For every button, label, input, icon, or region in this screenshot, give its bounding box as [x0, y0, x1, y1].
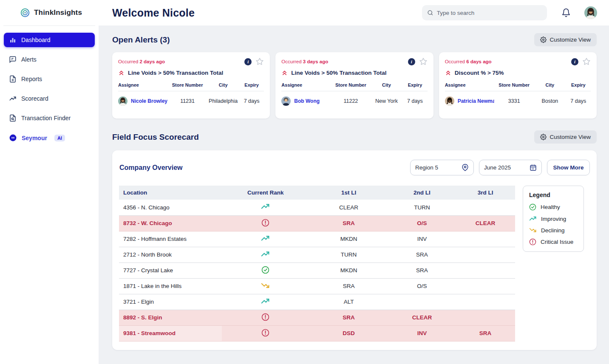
customize-view-button-alerts[interactable]: Customize View	[534, 33, 597, 46]
trend-up-icon	[529, 215, 537, 222]
message-square-icon	[9, 56, 17, 63]
chevrons-up-icon	[445, 70, 451, 76]
occurred-label: Occurred 3 days ago	[281, 59, 328, 64]
city: Philadelphia	[207, 98, 239, 104]
sidebar-item-dashboard[interactable]: Dashboard	[4, 33, 95, 47]
alert-card: Occurred 3 days ago i Lin	[275, 52, 433, 119]
legend-item-declining: Declining	[529, 227, 578, 234]
company-overview-panel: Company Overview Region 5 June 2025	[112, 150, 597, 350]
rank-icon	[261, 219, 269, 227]
assignee-avatar	[281, 96, 291, 106]
avatar-photo	[584, 6, 597, 19]
col-location: Location	[119, 186, 222, 200]
col-3rd-li: 3rd LI	[456, 186, 515, 200]
assignee-link[interactable]: Patricia Newman	[458, 98, 495, 104]
search-input[interactable]	[437, 10, 542, 16]
notifications-button[interactable]	[561, 8, 571, 17]
legend: Legend Healthy Improving Declining	[523, 186, 584, 252]
info-icon[interactable]: i	[244, 58, 252, 65]
rank-icon	[261, 266, 269, 274]
sidebar: ThinkInsights Dashboard Alerts Reports	[0, 0, 99, 364]
alert-card-columns: AssigneeStore Number CityExpiry	[281, 82, 427, 91]
trend-up-icon	[261, 203, 270, 211]
star-icon[interactable]	[255, 57, 264, 66]
star-icon[interactable]	[419, 57, 428, 66]
col-current-rank: Current Rank	[222, 186, 309, 200]
store-number: 3331	[494, 98, 534, 104]
info-icon[interactable]: i	[408, 58, 415, 65]
assignee-avatar	[118, 96, 127, 106]
table-row[interactable]: 8732 - W. Chicago SRA O/S CLEAR	[119, 215, 515, 231]
app-title: ThinkInsights	[34, 8, 82, 17]
table-row[interactable]: 3721 - Elgin ALT	[119, 294, 515, 310]
rank-icon	[261, 234, 270, 243]
alert-circle-icon	[261, 313, 269, 321]
legend-item-healthy: Healthy	[529, 203, 578, 211]
trend-up-icon	[261, 250, 270, 258]
alert-card: Occurred 2 days ago i Lin	[112, 52, 270, 119]
sidebar-item-label: Scorecard	[21, 95, 48, 102]
assignee-link[interactable]: Nicole Browley	[131, 98, 167, 104]
rank-icon	[261, 313, 269, 321]
alert-card-columns: AssigneeStore Number CityExpiry	[445, 82, 591, 91]
trend-up-icon	[9, 95, 17, 102]
user-avatar[interactable]	[584, 6, 597, 19]
rank-icon	[261, 250, 270, 258]
alert-cards: Occurred 2 days ago i Lin	[112, 52, 597, 119]
expiry: 7 days	[566, 98, 591, 104]
table-row[interactable]: 2712 - North Brook TURN SRA	[119, 247, 515, 262]
customize-view-label: Customize View	[550, 134, 591, 140]
table-row[interactable]: 8892 - S. Elgin SRA CLEAR	[119, 310, 515, 325]
info-icon[interactable]: i	[571, 58, 578, 65]
region-select[interactable]: Region 5	[410, 160, 474, 175]
expiry: 7 days	[402, 98, 427, 104]
sidebar-item-label: Reports	[21, 76, 42, 82]
legend-item-critical: Critical Issue	[529, 238, 578, 245]
page-title: Welcome Nicole	[112, 7, 195, 19]
region-value: Region 5	[415, 164, 438, 171]
search-box[interactable]	[422, 5, 547, 20]
sidebar-item-seymour[interactable]: Seymour AI	[4, 130, 95, 145]
star-icon[interactable]	[582, 57, 591, 66]
show-more-button[interactable]: Show More	[547, 160, 590, 175]
alert-title: Line Voids > 50% Transaction Total	[128, 70, 223, 76]
table-row[interactable]: 1871 - Lake in the Hills SRA O/S	[119, 278, 515, 294]
panel-title: Company Overview	[119, 164, 183, 172]
sidebar-item-label: Alerts	[21, 56, 37, 63]
sidebar-item-label: Seymour	[22, 135, 47, 141]
assignee-link[interactable]: Bob Wong	[294, 98, 320, 104]
bell-icon	[561, 8, 571, 17]
table-row[interactable]: 7727 - Crystal Lake MKDN SRA	[119, 262, 515, 278]
alert-card-row: Bob Wong 11222 New York 7 days	[281, 96, 427, 106]
sidebar-item-alerts[interactable]: Alerts	[4, 52, 95, 67]
chevrons-up-icon	[281, 70, 288, 76]
sidebar-item-label: Dashboard	[21, 37, 51, 43]
occurred-label: Occurred 2 days ago	[118, 59, 165, 64]
app-root: ThinkInsights Dashboard Alerts Reports	[0, 0, 609, 364]
table-row[interactable]: 4356 - N. Chicago CLEAR TURN	[119, 200, 515, 215]
content: Open Alerts (3) Customize View Occurred …	[99, 25, 609, 364]
sidebar-item-scorecard[interactable]: Scorecard	[4, 91, 95, 106]
sidebar-item-reports[interactable]: Reports	[4, 72, 95, 86]
customize-view-button-scorecard[interactable]: Customize View	[534, 130, 597, 144]
trend-up-icon	[261, 234, 270, 243]
thinkinsights-logo-icon	[20, 8, 30, 18]
city: Boston	[534, 98, 566, 104]
document-icon	[9, 75, 17, 83]
chevrons-up-icon	[118, 70, 125, 76]
alert-circle-icon	[261, 219, 269, 227]
alert-card-row: Nicole Browley 11231 Philadelphia 7 days	[118, 96, 264, 106]
customize-view-label: Customize View	[550, 37, 591, 43]
table-row[interactable]: 7282 - Hoffmann Estates MKDN INV	[119, 231, 515, 247]
seymour-robot-icon	[9, 134, 17, 142]
check-circle-icon	[529, 203, 536, 211]
month-select[interactable]: June 2025	[479, 160, 542, 175]
sidebar-divider	[3, 25, 95, 26]
scorecard-header: Field Focus Scorecard Customize View	[112, 130, 597, 144]
trend-down-icon	[529, 227, 537, 234]
expiry: 7 days	[239, 98, 264, 104]
table-row[interactable]: 9381 - Streamwood DSD INV SRA	[119, 325, 515, 341]
sidebar-item-transaction-finder[interactable]: Transaction Finder	[4, 111, 95, 125]
ai-badge: AI	[54, 135, 65, 141]
app-logo: ThinkInsights	[4, 6, 95, 25]
